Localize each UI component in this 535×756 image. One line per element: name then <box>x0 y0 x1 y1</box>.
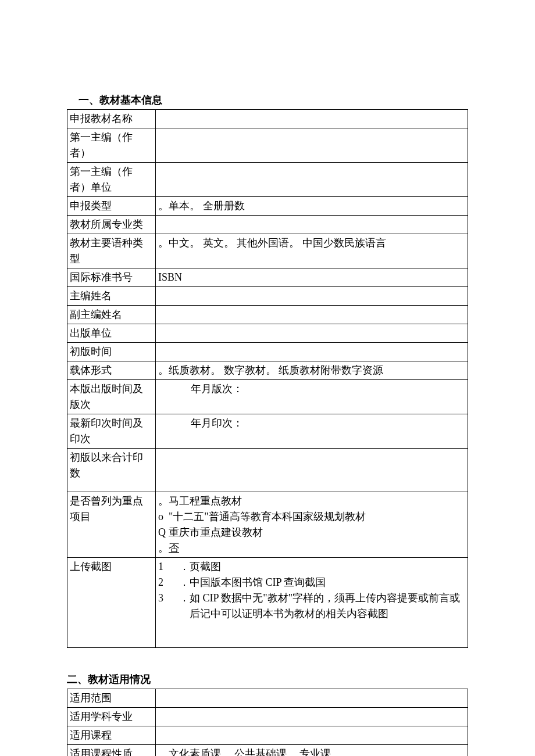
value-name <box>156 110 468 128</box>
table-row: 出版单位 <box>67 324 468 343</box>
value-type: 。单本。 全册册数 <box>156 197 468 216</box>
table-row: 副主编姓名 <box>67 306 468 324</box>
table-row: 申报教材名称 <box>67 110 468 128</box>
table-row: 适用课程性质 。文化素质课。 公共基础课。 专业课 □思想政治理论课口实验课 <box>67 745 468 757</box>
label-print: 最新印次时间及印次 <box>67 414 156 449</box>
label-author: 第一主编（作者） <box>67 128 156 163</box>
table-row: 适用范围 <box>67 689 468 708</box>
value-lang: 。中文。 英文。 其他外国语。 中国少数民族语言 <box>156 234 468 268</box>
value-edition: 年月版次： <box>156 380 468 414</box>
section-1-title: 一、教材基本信息 <box>79 93 468 107</box>
value-author <box>156 128 468 163</box>
label-screenshot: 上传截图 <box>67 558 156 648</box>
table-row: 第一主编（作者）单位 <box>67 163 468 197</box>
value-print: 年月印次： <box>156 414 468 449</box>
table-row: 是否曾列为重点项目 。马工程重点教材 o"十二五"普通高等教育本科国家级规划教材… <box>67 492 468 558</box>
label-subject: 适用学科专业 <box>67 708 156 726</box>
label-edition: 本版出版时间及版次 <box>67 380 156 414</box>
radio-icon[interactable]: 。 <box>158 235 169 251</box>
label-major: 教材所属专业类 <box>67 216 156 234</box>
value-subject <box>156 708 468 726</box>
value-author-unit <box>156 163 468 197</box>
value-scope <box>156 689 468 708</box>
value-isbn: ISBN <box>156 268 468 287</box>
table-row: 主编姓名 <box>67 287 468 306</box>
label-name: 申报教材名称 <box>67 110 156 128</box>
value-editor <box>156 287 468 306</box>
label-editor: 主编姓名 <box>67 287 156 306</box>
table-row: 本版出版时间及版次 年月版次： <box>67 380 468 414</box>
label-isbn: 国际标准书号 <box>67 268 156 287</box>
label-type: 申报类型 <box>67 197 156 216</box>
radio-icon[interactable]: Q <box>158 525 169 540</box>
table-row: 适用学科专业 <box>67 708 468 726</box>
table-row: 教材所属专业类 <box>67 216 468 234</box>
table-row: 载体形式 。纸质教材。 数字教材。 纸质教材附带数字资源 <box>67 361 468 380</box>
label-author-unit: 第一主编（作者）单位 <box>67 163 156 197</box>
table-basic-info: 申报教材名称 第一主编（作者） 第一主编（作者）单位 申报类型 。单本。 全册册… <box>67 109 468 648</box>
value-key-project: 。马工程重点教材 o"十二五"普通高等教育本科国家级规划教材 Q重庆市重点建设教… <box>156 492 468 558</box>
table-row: 最新印次时间及印次 年月印次： <box>67 414 468 449</box>
label-total-print: 初版以来合计印数 <box>67 449 156 492</box>
radio-icon[interactable]: 。 <box>158 746 169 756</box>
value-publisher <box>156 324 468 343</box>
table-row: 教材主要语种类型 。中文。 英文。 其他外国语。 中国少数民族语言 <box>67 234 468 268</box>
section-2-title: 二、教材适用情况 <box>67 672 468 686</box>
table-row: 国际标准书号ISBN <box>67 268 468 287</box>
value-course <box>156 726 468 745</box>
value-subeditor <box>156 306 468 324</box>
label-firstpub: 初版时间 <box>67 343 156 361</box>
value-medium: 。纸质教材。 数字教材。 纸质教材附带数字资源 <box>156 361 468 380</box>
label-subeditor: 副主编姓名 <box>67 306 156 324</box>
radio-icon[interactable]: 。 <box>158 493 169 509</box>
value-total-print <box>156 449 468 492</box>
value-firstpub <box>156 343 468 361</box>
table-row: 初版时间 <box>67 343 468 361</box>
label-key-project: 是否曾列为重点项目 <box>67 492 156 558</box>
radio-icon[interactable]: 。 <box>158 540 169 556</box>
label-medium: 载体形式 <box>67 361 156 380</box>
label-publisher: 出版单位 <box>67 324 156 343</box>
label-course: 适用课程 <box>67 726 156 745</box>
radio-icon[interactable]: 。 <box>158 198 169 214</box>
value-screenshot: 1．页截图 2．中国版本图书馆 CIP 查询截国 3．如 CIP 数据中无"教材… <box>156 558 468 648</box>
table-row: 适用课程 <box>67 726 468 745</box>
radio-icon[interactable]: o <box>158 509 169 525</box>
label-lang: 教材主要语种类型 <box>67 234 156 268</box>
table-row: 申报类型 。单本。 全册册数 <box>67 197 468 216</box>
radio-icon[interactable]: 。 <box>158 363 169 378</box>
value-major <box>156 216 468 234</box>
value-course-type: 。文化素质课。 公共基础课。 专业课 □思想政治理论课口实验课 <box>156 745 468 757</box>
table-row: 初版以来合计印数 <box>67 449 468 492</box>
label-scope: 适用范围 <box>67 689 156 708</box>
label-course-type: 适用课程性质 <box>67 745 156 757</box>
table-row: 第一主编（作者） <box>67 128 468 163</box>
table-row: 上传截图 1．页截图 2．中国版本图书馆 CIP 查询截国 3．如 CIP 数据… <box>67 558 468 648</box>
table-applicability: 适用范围 适用学科专业 适用课程 适用课程性质 。文化素质课。 公共基础课。 专… <box>67 689 468 756</box>
